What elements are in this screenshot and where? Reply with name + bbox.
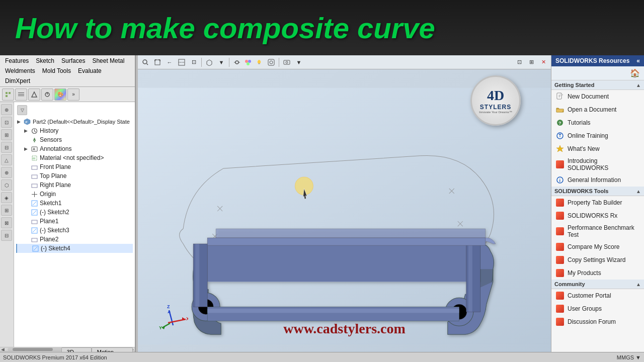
rp-discussion-forum[interactable]: Discussion Forum (551, 315, 644, 328)
lv-btn-10[interactable]: ⊠ (1, 217, 12, 228)
rp-whats-new[interactable]: What's New (551, 142, 644, 155)
vp-screen-capture[interactable] (281, 57, 292, 68)
lv-btn-9[interactable]: ⊞ (1, 205, 12, 216)
vp-arrows[interactable]: ▼ (293, 57, 304, 68)
tree-sketch4[interactable]: (-) Sketch4 (16, 244, 133, 253)
sep-2 (229, 58, 229, 67)
lv-btn-4[interactable]: ⊟ (1, 142, 12, 153)
vp-display-style[interactable] (204, 57, 215, 68)
vp-hide-show[interactable] (231, 57, 243, 68)
vp-lighting[interactable] (254, 57, 265, 68)
tree-material[interactable]: M Material <not specified> (16, 153, 133, 162)
vp-win-restore[interactable]: ⊡ (514, 57, 525, 68)
vp-search[interactable] (140, 57, 151, 68)
rp-sw-rx[interactable]: SOLIDWORKS Rx (551, 209, 644, 222)
svg-rect-30 (32, 238, 37, 242)
menu-evaluate[interactable]: Evaluate (75, 66, 105, 75)
menu-features[interactable]: Features (2, 56, 32, 65)
benchmark-label: Performance Benchmark Test (568, 224, 640, 238)
vp-display-arrows[interactable]: ▼ (216, 57, 227, 68)
tb-btn-2[interactable] (15, 88, 27, 101)
menu-weldments[interactable]: Weldments (2, 66, 38, 75)
tree-origin[interactable]: Origin (16, 190, 133, 199)
tb-btn-arrow[interactable]: » (67, 88, 79, 101)
lv-btn-2[interactable]: ⊡ (1, 117, 12, 128)
rp-compare-score[interactable]: Compare My Score (551, 240, 644, 253)
history-arrow[interactable]: ▶ (24, 128, 30, 133)
left-scroll-thumb[interactable] (13, 348, 53, 351)
lv-btn-3[interactable]: ⊞ (1, 129, 12, 140)
svg-rect-52 (284, 60, 290, 64)
filter-btn[interactable]: ▽ (17, 105, 27, 115)
logo-4d-text: 4D (487, 87, 504, 104)
rp-home-btn[interactable]: 🏠 (628, 67, 642, 79)
annotations-arrow[interactable]: ▶ (24, 146, 30, 151)
right-panel: SOLIDWORKS Resources « 🏠 Getting Started… (551, 55, 644, 362)
rp-section-getting-started[interactable]: Getting Started ▲ (551, 80, 644, 90)
rp-customer-portal[interactable]: Customer Portal (551, 289, 644, 302)
tree-sensors[interactable]: Sensors (16, 135, 133, 144)
svg-rect-19 (32, 175, 37, 178)
tree-history[interactable]: ▶ History (16, 126, 133, 135)
right-panel-collapse[interactable]: « (636, 57, 640, 64)
svg-rect-13 (34, 141, 35, 142)
lv-btn-1[interactable]: ⊕ (1, 104, 12, 115)
svg-line-32 (34, 247, 37, 250)
svg-rect-70 (468, 244, 472, 312)
menu-mold-tools[interactable]: Mold Tools (39, 66, 74, 75)
tree-front-plane[interactable]: Front Plane (16, 162, 133, 171)
vp-win-maximize[interactable]: ⊞ (526, 57, 537, 68)
rp-section-sw-tools[interactable]: SOLIDWORKS Tools ▲ (551, 187, 644, 196)
tree-sketch2[interactable]: (-) Sketch2 (16, 208, 133, 217)
tree-plane1[interactable]: Plane1 (16, 217, 133, 226)
svg-rect-27 (32, 220, 37, 224)
viewport[interactable]: ← ⊡ ▼ (138, 55, 551, 362)
tree-part-header[interactable]: ▶ P Part2 (Default<<Default>_Display Sta… (16, 117, 133, 126)
menu-bar: Features Sketch Surfaces Sheet Metal Wel… (0, 55, 135, 87)
tb-btn-1[interactable] (2, 88, 14, 101)
rp-new-document[interactable]: New Document (551, 90, 644, 103)
rp-copy-settings[interactable]: Copy Settings Wizard (551, 253, 644, 266)
tree-top-plane[interactable]: Top Plane (16, 171, 133, 180)
menu-surfaces[interactable]: Surfaces (58, 56, 88, 65)
vp-prev-view[interactable]: ← (164, 57, 175, 68)
vp-win-close[interactable]: ✕ (538, 57, 549, 68)
svg-rect-68 (195, 244, 199, 307)
lv-btn-5[interactable]: △ (1, 154, 12, 165)
status-mmgs[interactable]: MMGS ▼ (617, 354, 641, 360)
menu-dimxpert[interactable]: DimXpert (2, 76, 33, 85)
tree-right-plane[interactable]: Right Plane (16, 180, 133, 190)
lv-btn-6[interactable]: ⊕ (1, 167, 12, 178)
tb-btn-color[interactable]: 🎨 (54, 88, 66, 101)
rp-my-products[interactable]: My Products (551, 266, 644, 280)
rp-online-training[interactable]: Online Training (551, 129, 644, 142)
tb-btn-4[interactable] (41, 88, 53, 101)
lv-btn-7[interactable]: ⬡ (1, 179, 12, 191)
new-document-label: New Document (568, 93, 609, 100)
rp-open-document[interactable]: Open a Document (551, 103, 644, 116)
vp-color[interactable] (244, 57, 253, 68)
vp-scene[interactable] (266, 57, 277, 68)
rp-general-info[interactable]: i General Information (551, 173, 644, 187)
part-arrow[interactable]: ▶ (17, 119, 23, 124)
tree-plane2[interactable]: Plane2 (16, 235, 133, 244)
lv-btn-8[interactable]: ◈ (1, 192, 12, 203)
rp-user-groups[interactable]: User Groups (551, 302, 644, 315)
vp-section-view[interactable] (176, 57, 187, 68)
lv-btn-11[interactable]: ⊟ (1, 230, 12, 241)
rp-benchmark[interactable]: Performance Benchmark Test (551, 222, 644, 240)
rp-tutorials[interactable]: ? Tutorials (551, 116, 644, 129)
tree-sketch1[interactable]: Sketch1 (16, 199, 133, 208)
tree-annotations[interactable]: ▶ A Annotations (16, 144, 133, 153)
svg-text:Z: Z (167, 304, 170, 309)
menu-sketch[interactable]: Sketch (33, 56, 57, 65)
vp-view-orient[interactable]: ⊡ (188, 57, 199, 68)
community-arrow: ▲ (636, 282, 641, 287)
menu-sheet-metal[interactable]: Sheet Metal (89, 56, 127, 65)
rp-intro-sw[interactable]: Introducing SOLIDWORKS (551, 155, 644, 173)
tree-sketch3[interactable]: (-) Sketch3 (16, 226, 133, 235)
rp-section-community[interactable]: Community ▲ (551, 280, 644, 289)
tb-btn-3[interactable] (28, 88, 40, 101)
vp-zoom-fit[interactable] (152, 57, 163, 68)
rp-property-tab[interactable]: Property Tab Builder (551, 196, 644, 209)
